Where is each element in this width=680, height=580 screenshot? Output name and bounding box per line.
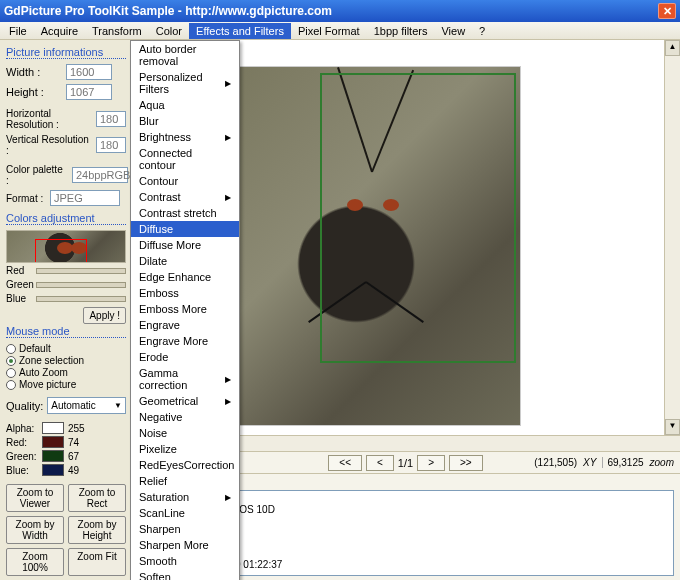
radio-icon bbox=[6, 368, 16, 378]
zoom-label: zoom bbox=[650, 457, 674, 468]
mouse-mode-auto-zoom[interactable]: Auto Zoom bbox=[6, 367, 126, 378]
submenu-arrow-icon: ▶ bbox=[225, 397, 231, 406]
color-swatch[interactable] bbox=[42, 422, 64, 434]
zoom-to-viewer-button[interactable]: Zoom to Viewer bbox=[6, 484, 64, 512]
mouse-mode-move-picture[interactable]: Move picture bbox=[6, 379, 126, 390]
menu-item-aqua[interactable]: Aqua bbox=[131, 97, 239, 113]
menu--[interactable]: ? bbox=[472, 23, 492, 39]
picture-info-title: Picture informations bbox=[6, 46, 126, 59]
menu-item-sharpen-more[interactable]: Sharpen More bbox=[131, 537, 239, 553]
menu-item-geometrical[interactable]: Geometrical▶ bbox=[131, 393, 239, 409]
menu-item-scanline[interactable]: ScanLine bbox=[131, 505, 239, 521]
menu-item-engrave-more[interactable]: Engrave More bbox=[131, 333, 239, 349]
menu-item-contrast-stretch[interactable]: Contrast stretch bbox=[131, 205, 239, 221]
red-slider[interactable] bbox=[36, 268, 126, 274]
scroll-up-button[interactable]: ▲ bbox=[665, 40, 680, 56]
menu-item-pixelize[interactable]: Pixelize bbox=[131, 441, 239, 457]
selection-rect[interactable] bbox=[320, 73, 516, 363]
menu-effects-and-filters[interactable]: Effects and Filters bbox=[189, 23, 291, 39]
palette-label: Color palette : bbox=[6, 164, 68, 186]
quality-label: Quality: bbox=[6, 400, 43, 412]
thumbnail[interactable] bbox=[6, 230, 126, 263]
zoom-by-height-button[interactable]: Zoom by Height bbox=[68, 516, 126, 544]
xy-label: XY bbox=[583, 457, 596, 468]
vertical-scrollbar[interactable]: ▲ ▼ bbox=[664, 40, 680, 435]
submenu-arrow-icon: ▶ bbox=[225, 493, 231, 502]
zoom-100--button[interactable]: Zoom 100% bbox=[6, 548, 64, 576]
submenu-arrow-icon: ▶ bbox=[225, 79, 231, 88]
menu-item-blur[interactable]: Blur bbox=[131, 113, 239, 129]
width-field[interactable]: 1600 bbox=[66, 64, 112, 80]
chevron-down-icon: ▼ bbox=[114, 398, 122, 413]
menu-view[interactable]: View bbox=[434, 23, 472, 39]
menu-item-dilate[interactable]: Dilate bbox=[131, 253, 239, 269]
last-page-button[interactable]: >> bbox=[449, 455, 483, 471]
effects-dropdown[interactable]: Auto border removalPersonalized Filters▶… bbox=[130, 40, 240, 580]
menu-item-diffuse-more[interactable]: Diffuse More bbox=[131, 237, 239, 253]
menu-item-engrave[interactable]: Engrave bbox=[131, 317, 239, 333]
menu-item-erode[interactable]: Erode bbox=[131, 349, 239, 365]
menu-item-brightness[interactable]: Brightness▶ bbox=[131, 129, 239, 145]
hres-label: Horizontal Resolution : bbox=[6, 108, 92, 130]
zoom-by-width-button[interactable]: Zoom by Width bbox=[6, 516, 64, 544]
quality-combo[interactable]: Automatic▼ bbox=[47, 397, 126, 414]
menu-item-contour[interactable]: Contour bbox=[131, 173, 239, 189]
menu-acquire[interactable]: Acquire bbox=[34, 23, 85, 39]
palette-field: 24bppRGB bbox=[72, 167, 128, 183]
next-page-button[interactable]: > bbox=[417, 455, 445, 471]
menu-item-gamma-correction[interactable]: Gamma correction▶ bbox=[131, 365, 239, 393]
menu-item-diffuse[interactable]: Diffuse bbox=[131, 221, 239, 237]
submenu-arrow-icon: ▶ bbox=[225, 133, 231, 142]
green-slider[interactable] bbox=[36, 282, 126, 288]
menu-item-sharpen[interactable]: Sharpen bbox=[131, 521, 239, 537]
colors-adj-title: Colors adjustment bbox=[6, 212, 126, 225]
menu-item-saturation[interactable]: Saturation▶ bbox=[131, 489, 239, 505]
vres-field[interactable]: 180 bbox=[96, 137, 126, 153]
scroll-down-button[interactable]: ▼ bbox=[665, 419, 680, 435]
width-label: Width : bbox=[6, 66, 62, 78]
hres-field[interactable]: 180 bbox=[96, 111, 126, 127]
menu-transform[interactable]: Transform bbox=[85, 23, 149, 39]
menu-item-noise[interactable]: Noise bbox=[131, 425, 239, 441]
mouse-mode-zone-selection[interactable]: Zone selection bbox=[6, 355, 126, 366]
color-swatch[interactable] bbox=[42, 450, 64, 462]
blue-slider[interactable] bbox=[36, 296, 126, 302]
menu-item-personalized-filters[interactable]: Personalized Filters▶ bbox=[131, 69, 239, 97]
apply-button[interactable]: Apply ! bbox=[83, 307, 126, 324]
menu-file[interactable]: File bbox=[2, 23, 34, 39]
image[interactable] bbox=[221, 66, 521, 426]
height-field[interactable]: 1067 bbox=[66, 84, 112, 100]
window-title: GdPicture Pro ToolKit Sample - http://ww… bbox=[4, 4, 658, 18]
zoom-fit-button[interactable]: Zoom Fit bbox=[68, 548, 126, 576]
menu-item-redeyescorrection[interactable]: RedEyesCorrection bbox=[131, 457, 239, 473]
menu-item-auto-border-removal[interactable]: Auto border removal bbox=[131, 41, 239, 69]
menu-item-edge-enhance[interactable]: Edge Enhance bbox=[131, 269, 239, 285]
menu-item-contrast[interactable]: Contrast▶ bbox=[131, 189, 239, 205]
radio-icon bbox=[6, 344, 16, 354]
thumbnail-selection[interactable] bbox=[35, 239, 87, 263]
vres-label: Vertical Resolution : bbox=[6, 134, 92, 156]
channel-alpha: Alpha:255 bbox=[6, 422, 126, 434]
menu-color[interactable]: Color bbox=[149, 23, 189, 39]
mouse-mode-default[interactable]: Default bbox=[6, 343, 126, 354]
left-panel: Picture informations Width :1600 Height … bbox=[0, 40, 130, 580]
menu-item-emboss[interactable]: Emboss bbox=[131, 285, 239, 301]
color-swatch[interactable] bbox=[42, 436, 64, 448]
menu-item-relief[interactable]: Relief bbox=[131, 473, 239, 489]
menu-pixel-format[interactable]: Pixel Format bbox=[291, 23, 367, 39]
menu-item-negative[interactable]: Negative bbox=[131, 409, 239, 425]
zoom-to-rect-button[interactable]: Zoom to Rect bbox=[68, 484, 126, 512]
prev-page-button[interactable]: < bbox=[366, 455, 394, 471]
channel-green: Green:67 bbox=[6, 450, 126, 462]
close-button[interactable]: ✕ bbox=[658, 3, 676, 19]
cursor-coords: (121,505) bbox=[534, 457, 577, 468]
menu-item-soften[interactable]: Soften bbox=[131, 569, 239, 580]
radio-icon bbox=[6, 380, 16, 390]
first-page-button[interactable]: << bbox=[328, 455, 362, 471]
color-swatch[interactable] bbox=[42, 464, 64, 476]
mouse-mode-title: Mouse mode bbox=[6, 325, 126, 338]
menu-item-emboss-more[interactable]: Emboss More bbox=[131, 301, 239, 317]
menu-item-smooth[interactable]: Smooth bbox=[131, 553, 239, 569]
menu-item-connected-contour[interactable]: Connected contour bbox=[131, 145, 239, 173]
menu-1bpp-filters[interactable]: 1bpp filters bbox=[367, 23, 435, 39]
